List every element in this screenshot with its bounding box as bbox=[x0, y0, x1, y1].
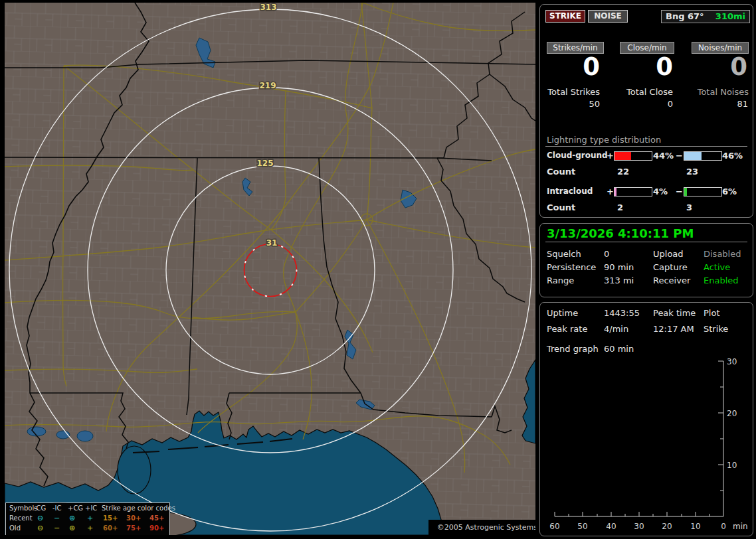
plus-sign: + bbox=[607, 151, 614, 161]
peak-rate-value: 4/min bbox=[604, 324, 628, 334]
neg-cg-recent-icon: ⊖ bbox=[37, 515, 43, 522]
ring-label-31: 31 bbox=[266, 238, 278, 248]
ic-positive-count: 2 bbox=[617, 202, 623, 212]
range-label: Range bbox=[547, 275, 574, 285]
strikes-per-min-value: 0 bbox=[547, 54, 600, 80]
ic-positive-pct: 4% bbox=[653, 187, 668, 196]
age-75: 75+ bbox=[126, 524, 141, 532]
noise-mode-button[interactable]: NOISE bbox=[588, 10, 628, 23]
receiver-status: Enabled bbox=[704, 275, 739, 285]
legend-old-label: Old bbox=[9, 524, 21, 532]
total-noises-value: 81 bbox=[689, 99, 748, 109]
bearing-range: 310mi bbox=[715, 11, 745, 23]
pos-ic-recent-icon: + bbox=[87, 515, 93, 522]
x-tick-10: 10 bbox=[690, 522, 700, 531]
total-close-label: Total Close bbox=[613, 87, 673, 97]
x-tick-60: 60 bbox=[549, 522, 559, 531]
capture-status: Active bbox=[704, 262, 730, 272]
distribution-title: Lightning type distribution bbox=[547, 135, 661, 145]
peak-time-value: 12:17 AM bbox=[653, 324, 694, 334]
legend-col-pos-ic: +IC bbox=[85, 504, 97, 512]
ic-negative-pct: 6% bbox=[722, 187, 737, 196]
age-45: 45+ bbox=[149, 514, 164, 522]
ring-label-125: 125 bbox=[256, 159, 273, 168]
divider bbox=[545, 146, 747, 147]
copyright-notice: ©2005 Astrogenic Systems bbox=[428, 520, 535, 535]
noises-per-min-value: 0 bbox=[692, 54, 747, 80]
peak-rate-label: Peak rate bbox=[547, 324, 587, 334]
trend-graph-window: 60 min bbox=[604, 344, 634, 354]
cg-positive-bar bbox=[614, 151, 652, 161]
cg-negative-count: 23 bbox=[686, 167, 698, 177]
peak-time-label: Peak time bbox=[653, 308, 696, 318]
persistence-label: Persistence bbox=[547, 262, 596, 272]
persistence-value: 90 min bbox=[604, 262, 634, 272]
total-close-value: 0 bbox=[613, 99, 673, 109]
ring-label-219: 219 bbox=[259, 81, 276, 90]
total-noises-label: Total Noises bbox=[689, 87, 749, 97]
total-strikes-label: Total Strikes bbox=[540, 87, 600, 97]
uptime-value: 1443:55 bbox=[604, 308, 640, 318]
bearing-readout: Bng 67° 310mi bbox=[661, 10, 750, 23]
x-tick-50: 50 bbox=[577, 522, 587, 531]
lightning-detector-app: 313 219 125 31 Symbols -CG -IC +CG +IC S… bbox=[0, 0, 756, 539]
age-90: 90+ bbox=[149, 524, 164, 532]
trend-axes bbox=[555, 361, 723, 516]
ic-negative-bar bbox=[684, 187, 722, 196]
squelch-value: 0 bbox=[604, 249, 609, 259]
status-panel: 3/13/2026 4:10:11 PM Squelch 0 Upload Di… bbox=[539, 223, 753, 297]
plus-sign: + bbox=[607, 187, 614, 196]
total-strikes-value: 50 bbox=[540, 99, 600, 109]
age-15: 15+ bbox=[103, 514, 118, 522]
counter-panel: STRIKE NOISE Bng 67° 310mi Strikes/min C… bbox=[539, 4, 753, 218]
legend-col-neg-cg: -CG bbox=[34, 504, 46, 512]
x-tick-40: 40 bbox=[606, 522, 616, 531]
datetime-display: 3/13/2026 4:10:11 PM bbox=[547, 226, 694, 240]
age-30: 30+ bbox=[126, 514, 141, 522]
x-tick-30: 30 bbox=[634, 522, 644, 531]
y-tick-30: 30 bbox=[727, 357, 737, 366]
pos-cg-old-icon: ⊕ bbox=[69, 525, 75, 532]
neg-ic-old-icon: − bbox=[54, 525, 60, 532]
intracloud-label: Intracloud bbox=[547, 187, 593, 196]
trend-graph: 30 20 10 60 50 40 30 20 10 0 min bbox=[544, 354, 749, 532]
y-tick-20: 20 bbox=[727, 409, 737, 418]
ic-count-label: Count bbox=[547, 202, 575, 212]
upload-label: Upload bbox=[653, 249, 684, 259]
pos-cg-recent-icon: ⊕ bbox=[69, 515, 75, 522]
receiver-label: Receiver bbox=[653, 275, 690, 285]
strike-mode-button[interactable]: STRIKE bbox=[545, 10, 585, 23]
plot-mode-value: Strike bbox=[704, 324, 728, 334]
bearing-label: Bng 67° bbox=[666, 11, 704, 23]
squelch-label: Squelch bbox=[547, 249, 581, 259]
cg-negative-bar bbox=[684, 151, 722, 161]
age-60: 60+ bbox=[103, 524, 118, 532]
upload-status: Disabled bbox=[704, 249, 741, 259]
close-per-min-value: 0 bbox=[620, 54, 673, 80]
x-tick-20: 20 bbox=[662, 522, 672, 531]
trend-panel: Uptime 1443:55 Peak time Plot Peak rate … bbox=[539, 302, 753, 536]
legend-col-pos-cg: +CG bbox=[68, 504, 83, 512]
range-value: 313 mi bbox=[604, 275, 634, 285]
divider bbox=[545, 242, 747, 242]
neg-cg-old-icon: ⊖ bbox=[37, 525, 43, 532]
ic-negative-count: 3 bbox=[686, 202, 692, 212]
strike-map[interactable]: 313 219 125 31 Symbols -CG -IC +CG +IC S… bbox=[5, 3, 535, 535]
capture-label: Capture bbox=[653, 262, 688, 272]
pos-ic-old-icon: + bbox=[87, 525, 93, 532]
symbol-legend: Symbols -CG -IC +CG +IC Strike age color… bbox=[5, 502, 170, 535]
map-canvas: 313 219 125 31 bbox=[5, 3, 535, 535]
cg-negative-pct: 46% bbox=[722, 151, 743, 161]
ring-label-313: 313 bbox=[260, 3, 276, 12]
minus-sign: − bbox=[676, 187, 683, 196]
neg-ic-recent-icon: − bbox=[54, 515, 60, 522]
x-tick-0: 0 bbox=[721, 522, 726, 531]
y-tick-10: 10 bbox=[727, 461, 737, 470]
x-axis-unit: min bbox=[733, 522, 748, 531]
legend-age-header: Strike age color codes bbox=[102, 504, 175, 512]
cloud-ground-label: Cloud-ground bbox=[547, 151, 608, 160]
cg-count-label: Count bbox=[547, 167, 575, 177]
legend-col-neg-ic: -IC bbox=[52, 504, 62, 512]
ic-positive-bar bbox=[614, 187, 652, 196]
uptime-label: Uptime bbox=[547, 308, 578, 318]
